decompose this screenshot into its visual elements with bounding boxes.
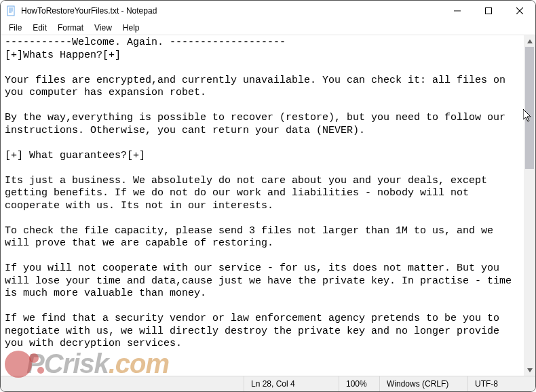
status-line-ending: Windows (CRLF) (379, 376, 467, 391)
menu-file[interactable]: File (3, 22, 27, 34)
status-zoom: 100% (339, 376, 379, 391)
scroll-thumb[interactable] (525, 47, 534, 169)
window-title: HowToRestoreYourFiles.txt - Notepad (21, 6, 442, 16)
text-editor[interactable]: -----------Welcome. Again. -------------… (1, 35, 524, 376)
menu-format[interactable]: Format (52, 22, 89, 34)
svg-rect-6 (486, 8, 492, 14)
menu-view[interactable]: View (89, 22, 117, 34)
svg-marker-9 (527, 39, 533, 43)
scroll-down-icon[interactable] (524, 364, 535, 376)
svg-marker-10 (527, 368, 533, 372)
status-encoding: UTF-8 (467, 376, 535, 391)
scroll-up-icon[interactable] (524, 35, 535, 47)
menu-edit[interactable]: Edit (27, 22, 52, 34)
menubar: File Edit Format View Help (1, 21, 535, 35)
vertical-scrollbar[interactable] (524, 35, 535, 376)
editor-area: -----------Welcome. Again. -------------… (1, 35, 535, 376)
window-controls (442, 1, 535, 21)
status-position: Ln 28, Col 4 (244, 376, 339, 391)
titlebar[interactable]: HowToRestoreYourFiles.txt - Notepad (1, 1, 535, 21)
close-button[interactable] (504, 1, 535, 21)
notepad-file-icon (6, 5, 17, 16)
notepad-window: HowToRestoreYourFiles.txt - Notepad File… (0, 0, 536, 392)
minimize-button[interactable] (442, 1, 473, 21)
maximize-button[interactable] (473, 1, 504, 21)
statusbar: Ln 28, Col 4 100% Windows (CRLF) UTF-8 (1, 376, 535, 391)
menu-help[interactable]: Help (117, 22, 145, 34)
